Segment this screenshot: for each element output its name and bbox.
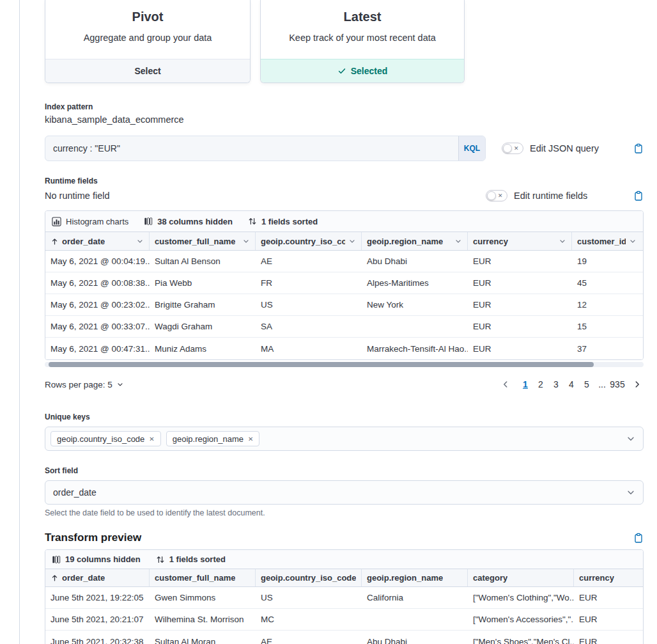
query-bar[interactable]: currency : "EUR" KQL	[45, 136, 486, 161]
grid-cell[interactable]: May 6, 2021 @ 00:08:38...	[45, 272, 150, 294]
grid-cell[interactable]: EUR	[468, 294, 572, 315]
unique-key-chip[interactable]: geoip.region_name✕	[166, 431, 260, 446]
copy-runtime-clipboard-icon[interactable]	[633, 191, 644, 201]
grid-cell[interactable]: EUR	[468, 251, 572, 272]
grid-cell[interactable]: 12	[572, 294, 642, 315]
horizontal-scrollbar[interactable]	[45, 362, 644, 367]
grid-cell[interactable]	[362, 316, 468, 337]
grid-cell[interactable]: Abu Dhabi	[362, 631, 468, 644]
grid-cell[interactable]: EUR	[574, 631, 643, 644]
column-header-category[interactable]: category	[468, 569, 574, 586]
grid-cell[interactable]: Sultan Al Moran	[150, 631, 256, 644]
columns-hidden-button[interactable]: 38 columns hidden	[144, 217, 233, 226]
unique-key-chip[interactable]: geoip.country_iso_code✕	[50, 431, 161, 446]
grid-cell[interactable]: Sultan Al Benson	[150, 251, 256, 272]
transform-preview-header: Transform preview	[45, 531, 644, 544]
column-header-customer_full_name[interactable]: customer_full_name	[150, 232, 256, 250]
chip-remove-icon[interactable]: ✕	[149, 436, 154, 443]
grid-cell[interactable]: EUR	[468, 338, 572, 359]
latest-selected-button[interactable]: Selected	[261, 59, 464, 82]
grid-cell[interactable]	[362, 609, 468, 630]
previous-page-button[interactable]	[499, 380, 512, 389]
pagination-page-935[interactable]: 935	[610, 377, 625, 392]
grid-cell[interactable]: Alpes-Maritimes	[362, 272, 468, 294]
column-header-customer_id[interactable]: customer_id	[572, 232, 642, 250]
check-icon	[337, 67, 346, 75]
pivot-card[interactable]: Pivot Aggregate and group your data Sele…	[45, 0, 251, 83]
kql-language-button[interactable]: KQL	[458, 136, 485, 161]
columns-hidden-button[interactable]: 19 columns hidden	[52, 554, 141, 564]
column-header-currency[interactable]: currency	[574, 569, 643, 586]
grid-cell[interactable]: May 6, 2021 @ 00:47:31...	[45, 338, 150, 359]
column-header-order_date[interactable]: order_date	[45, 569, 150, 586]
grid-cell[interactable]: ["Men's Shoes","Men's Cl...	[468, 631, 574, 644]
grid-cell[interactable]: SA	[256, 316, 362, 337]
edit-json-toggle[interactable]: ✕	[502, 143, 523, 154]
pagination-page-1[interactable]: 1	[518, 377, 533, 392]
grid-cell[interactable]: EUR	[468, 316, 572, 337]
sort-field-select[interactable]: order_date	[45, 480, 644, 505]
grid-cell[interactable]: AE	[256, 251, 362, 272]
pivot-select-button[interactable]: Select	[45, 59, 250, 82]
grid-cell[interactable]: Pia Webb	[150, 272, 256, 294]
grid-cell[interactable]: ["Women's Clothing","Wo...	[468, 587, 574, 608]
edit-runtime-toggle[interactable]: ✕	[486, 190, 507, 201]
grid-cell[interactable]: May 6, 2021 @ 00:33:07...	[45, 316, 150, 337]
rows-per-page-button[interactable]: Rows per page: 5	[45, 380, 124, 389]
grid-cell[interactable]: New York	[362, 294, 468, 315]
chip-remove-icon[interactable]: ✕	[248, 436, 253, 443]
unique-keys-combobox[interactable]: geoip.country_iso_code✕geoip.region_name…	[45, 427, 644, 451]
query-input[interactable]: currency : "EUR"	[53, 143, 120, 153]
grid-cell[interactable]: June 5th 2021, 20:21:07	[45, 609, 150, 630]
grid-cell[interactable]: 15	[572, 316, 642, 337]
grid-cell[interactable]: 37	[572, 338, 642, 359]
grid-cell[interactable]: June 5th 2021, 19:22:05	[45, 587, 150, 608]
chip-label: geoip.region_name	[173, 434, 243, 444]
grid-cell[interactable]: 45	[572, 272, 642, 294]
copy-preview-clipboard-icon[interactable]	[633, 533, 644, 543]
pagination-page-2[interactable]: 2	[533, 377, 548, 392]
column-header-geoip.country_iso_co...[interactable]: geoip.country_iso_co...	[256, 232, 362, 250]
grid-cell[interactable]: US	[256, 294, 362, 315]
column-header-customer_full_name[interactable]: customer_full_name	[150, 569, 256, 586]
grid-cell[interactable]: May 6, 2021 @ 00:04:19...	[45, 251, 150, 272]
grid-cell[interactable]: June 5th 2021, 20:32:38	[45, 631, 150, 644]
query-row: currency : "EUR" KQL ✕ Edit JSON query	[45, 136, 644, 161]
grid-cell[interactable]: EUR	[574, 609, 643, 630]
column-header-geoip.region_name[interactable]: geoip.region_name	[362, 232, 468, 250]
grid-cell[interactable]: Gwen Simmons	[150, 587, 256, 608]
grid-cell[interactable]: Marrakech-Tensift-Al Hao...	[362, 338, 468, 359]
pagination-page-4[interactable]: 4	[564, 377, 579, 392]
latest-card[interactable]: Latest Keep track of your most recent da…	[260, 0, 465, 83]
copy-query-clipboard-icon[interactable]	[633, 143, 644, 153]
grid-cell[interactable]: US	[256, 587, 362, 608]
fields-sorted-button[interactable]: 1 fields sorted	[156, 554, 226, 564]
scrollbar-thumb[interactable]	[49, 362, 594, 367]
grid-cell[interactable]: California	[362, 587, 468, 608]
grid-cell[interactable]: ["Women's Accessories","...	[468, 609, 574, 630]
column-header-geoip.country_iso_code[interactable]: geoip.country_iso_code	[256, 569, 362, 586]
pagination-page-5[interactable]: 5	[579, 377, 594, 392]
pagination-page-3[interactable]: 3	[548, 377, 564, 392]
grid-cell[interactable]: Abu Dhabi	[362, 251, 468, 272]
column-header-order_date[interactable]: order_date	[45, 232, 150, 250]
grid-cell[interactable]: 19	[572, 251, 642, 272]
fields-sorted-button[interactable]: 1 fields sorted	[248, 217, 318, 226]
grid-cell[interactable]: Wilhemina St. Morrison	[150, 609, 256, 630]
grid-cell[interactable]: May 6, 2021 @ 00:23:02...	[45, 294, 150, 315]
grid-cell[interactable]: FR	[256, 272, 362, 294]
grid-cell[interactable]: Wagdi Graham	[150, 316, 256, 337]
grid-cell[interactable]: MC	[256, 609, 362, 630]
grid-cell[interactable]: Brigitte Graham	[150, 294, 256, 315]
source-data-grid: Histogram charts 38 columns hidden 1 fie…	[45, 210, 644, 360]
grid-cell[interactable]: EUR	[574, 587, 643, 608]
next-page-button[interactable]	[631, 380, 644, 389]
grid-cell[interactable]: MA	[256, 338, 362, 359]
column-header-geoip.region_name[interactable]: geoip.region_name	[362, 569, 468, 586]
histogram-charts-button[interactable]: Histogram charts	[52, 217, 128, 226]
chevron-down-icon[interactable]	[626, 434, 635, 443]
grid-cell[interactable]: EUR	[468, 272, 572, 294]
grid-cell[interactable]: Muniz Adams	[150, 338, 256, 359]
column-header-currency[interactable]: currency	[468, 232, 572, 250]
grid-cell[interactable]: AE	[256, 631, 362, 644]
